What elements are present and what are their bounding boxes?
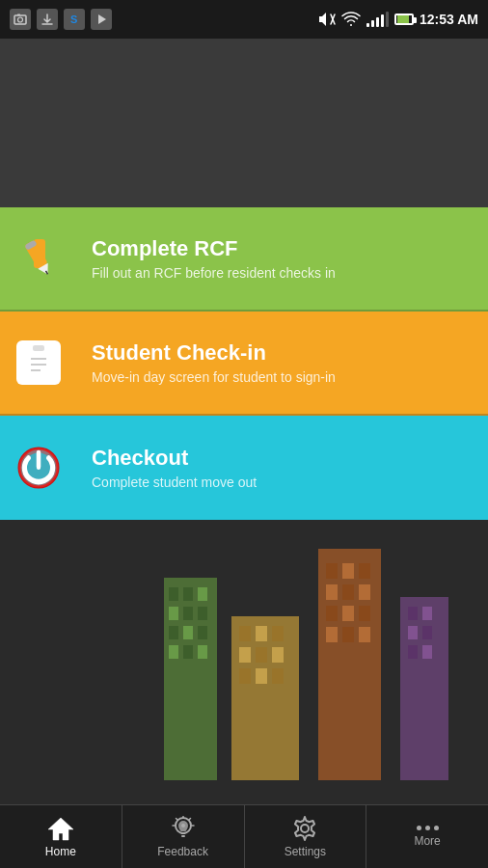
svg-rect-42 xyxy=(239,668,251,684)
svg-rect-54 xyxy=(359,606,370,621)
svg-rect-40 xyxy=(256,647,267,663)
status-icons-left: S xyxy=(10,9,112,30)
wifi-icon xyxy=(341,12,361,27)
svg-rect-38 xyxy=(272,626,284,641)
svg-rect-68 xyxy=(180,832,185,834)
status-time: 12:53 AM xyxy=(420,12,478,27)
rcf-icon-area xyxy=(0,206,77,311)
settings-label: Settings xyxy=(285,845,326,858)
settings-icon xyxy=(292,816,317,841)
svg-rect-2 xyxy=(17,14,20,16)
dot-3 xyxy=(434,826,439,830)
power-icon xyxy=(14,444,63,492)
svg-rect-60 xyxy=(422,607,432,620)
svg-rect-14 xyxy=(33,345,44,351)
svg-rect-32 xyxy=(169,645,178,659)
status-bar: S xyxy=(0,0,488,39)
photo-icon xyxy=(10,9,31,30)
svg-rect-56 xyxy=(342,627,354,642)
svg-rect-46 xyxy=(326,563,338,579)
buildings-svg xyxy=(0,520,488,780)
checkout-text-area: Checkout Complete student move out xyxy=(77,446,488,490)
checkout-menu-item[interactable]: Checkout Complete student move out xyxy=(0,416,488,520)
svg-rect-59 xyxy=(408,607,418,620)
svg-rect-39 xyxy=(239,647,251,663)
svg-rect-49 xyxy=(326,584,338,600)
svg-rect-43 xyxy=(256,668,267,684)
dot-2 xyxy=(425,826,430,830)
feedback-icon xyxy=(171,816,196,841)
svg-marker-65 xyxy=(48,818,73,840)
rcf-title: Complete RCF xyxy=(92,236,474,261)
nav-item-more[interactable]: More xyxy=(366,805,488,868)
svg-rect-25 xyxy=(198,587,207,601)
checkin-subtitle: Move-in day screen for student to sign-i… xyxy=(92,369,474,385)
download-icon xyxy=(37,9,58,30)
svg-rect-36 xyxy=(239,626,251,641)
svg-rect-24 xyxy=(183,587,193,601)
home-icon xyxy=(47,816,74,841)
rcf-text-area: Complete RCF Fill out an RCF before resi… xyxy=(77,236,488,281)
checkout-icon-area xyxy=(0,416,77,520)
rcf-subtitle: Fill out an RCF before resident checks i… xyxy=(92,265,474,281)
svg-rect-41 xyxy=(272,647,284,663)
home-label: Home xyxy=(45,845,76,858)
svg-rect-26 xyxy=(169,607,178,620)
svg-rect-53 xyxy=(342,606,354,621)
pencil-icon xyxy=(14,234,63,283)
svg-rect-27 xyxy=(183,607,193,620)
status-icons-right: 12:53 AM xyxy=(318,12,478,27)
s-icon: S xyxy=(64,9,85,30)
svg-rect-47 xyxy=(342,563,354,579)
svg-rect-23 xyxy=(169,587,178,601)
svg-rect-0 xyxy=(14,15,26,24)
signal-icon xyxy=(366,12,389,27)
svg-point-70 xyxy=(301,825,309,832)
mute-icon xyxy=(318,12,336,27)
svg-rect-63 xyxy=(408,645,418,659)
checkin-menu-item[interactable]: Student Check-in Move-in day screen for … xyxy=(0,312,488,416)
nav-item-home[interactable]: Home xyxy=(0,805,122,868)
svg-rect-58 xyxy=(400,597,448,780)
svg-rect-69 xyxy=(181,835,185,837)
more-label: More xyxy=(414,834,440,848)
more-dots-icon xyxy=(417,826,439,830)
svg-marker-5 xyxy=(98,14,106,24)
svg-rect-50 xyxy=(342,584,354,600)
svg-rect-51 xyxy=(359,584,370,600)
svg-rect-44 xyxy=(272,668,284,684)
dot-1 xyxy=(417,826,421,830)
svg-rect-30 xyxy=(183,626,193,639)
battery-icon xyxy=(394,14,414,25)
svg-rect-31 xyxy=(198,626,207,639)
svg-rect-57 xyxy=(359,627,370,642)
nav-item-settings[interactable]: Settings xyxy=(245,805,366,868)
svg-rect-45 xyxy=(318,549,381,780)
svg-rect-52 xyxy=(326,606,338,621)
svg-rect-62 xyxy=(422,626,432,639)
svg-text:S: S xyxy=(70,14,77,25)
checkout-subtitle: Complete student move out xyxy=(92,475,474,490)
nav-item-feedback[interactable]: Feedback xyxy=(122,805,244,868)
checkin-icon-area xyxy=(0,311,77,415)
checkin-title: Student Check-in xyxy=(92,340,474,366)
svg-rect-48 xyxy=(359,563,370,579)
play-icon xyxy=(91,9,112,30)
feedback-label: Feedback xyxy=(157,845,208,858)
svg-rect-37 xyxy=(256,626,267,641)
svg-rect-29 xyxy=(169,626,178,639)
svg-rect-33 xyxy=(183,645,193,659)
buildings-area xyxy=(0,520,488,780)
svg-point-1 xyxy=(18,17,23,22)
svg-rect-64 xyxy=(422,645,432,659)
clipboard-icon xyxy=(16,340,61,385)
svg-rect-61 xyxy=(408,626,418,639)
svg-rect-55 xyxy=(326,627,338,642)
checkout-title: Checkout xyxy=(92,446,474,471)
menu-container: Complete RCF Fill out an RCF before resi… xyxy=(0,207,488,520)
svg-rect-34 xyxy=(198,645,207,659)
rcf-menu-item[interactable]: Complete RCF Fill out an RCF before resi… xyxy=(0,207,488,312)
svg-rect-28 xyxy=(198,607,207,620)
bottom-nav: Home Feedback Settings xyxy=(0,804,488,868)
banner-area xyxy=(0,39,488,207)
